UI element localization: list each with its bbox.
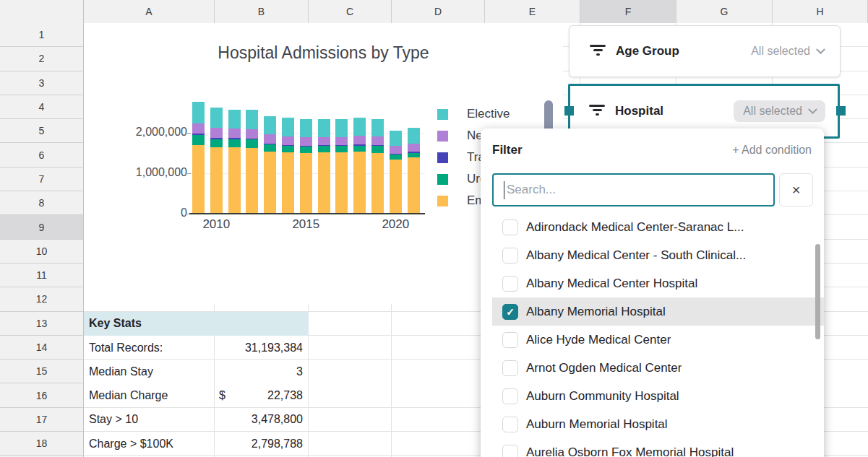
stacked-bar-2013[interactable] bbox=[264, 116, 276, 213]
text-cursor bbox=[504, 181, 504, 199]
stacked-bar-2020[interactable] bbox=[390, 131, 402, 213]
age-group-filter-label: Age Group bbox=[616, 44, 679, 58]
row-header-16[interactable]: 16 bbox=[0, 383, 83, 407]
row-header-12[interactable]: 12 bbox=[0, 287, 83, 311]
filter-lines-icon bbox=[590, 45, 606, 58]
filter-lines-icon bbox=[589, 105, 605, 118]
row-header-14[interactable]: 14 bbox=[0, 336, 83, 360]
stacked-bar-2019[interactable] bbox=[371, 119, 384, 213]
row-header-4[interactable]: 4 bbox=[0, 95, 83, 119]
key-stat-value: 2,798,788 bbox=[215, 432, 309, 456]
row-header-6[interactable]: 6 bbox=[0, 143, 83, 167]
column-header-C[interactable]: C bbox=[309, 0, 392, 23]
key-stats-header-cell[interactable]: Key Stats bbox=[84, 312, 309, 336]
checkbox-icon[interactable] bbox=[502, 360, 518, 376]
bar-segment-newborn bbox=[371, 136, 384, 145]
hospital-selected-dropdown[interactable]: All selected bbox=[734, 100, 825, 122]
column-header-D[interactable]: D bbox=[392, 0, 485, 23]
chart-x-axis-line bbox=[189, 213, 425, 214]
key-stat-label: Charge > $100K bbox=[84, 432, 215, 456]
row-header-2[interactable]: 2 bbox=[0, 47, 83, 71]
age-group-selected-dropdown[interactable]: All selected bbox=[751, 45, 824, 58]
checkbox-icon[interactable] bbox=[502, 388, 518, 404]
hospital-option-row[interactable]: Auburn Community Hospital bbox=[492, 382, 824, 410]
stacked-bar-2014[interactable] bbox=[282, 118, 294, 213]
hospital-option-row[interactable]: Alice Hyde Medical Center bbox=[492, 326, 824, 354]
row-header-10[interactable]: 10 bbox=[0, 240, 83, 264]
checkbox-icon[interactable] bbox=[502, 445, 518, 457]
bar-segment-newborn bbox=[210, 128, 223, 137]
clear-search-button[interactable]: × bbox=[779, 173, 813, 206]
selection-handle-left[interactable] bbox=[564, 106, 574, 116]
stacked-bar-2011[interactable] bbox=[228, 110, 241, 213]
column-header-B[interactable]: B bbox=[215, 0, 309, 23]
row-header-3[interactable]: 3 bbox=[0, 71, 83, 95]
column-header-G[interactable]: G bbox=[676, 0, 773, 23]
y-axis-tick-label: 1,000,000 bbox=[115, 166, 187, 179]
hospital-option-row[interactable]: Arnot Ogden Medical Center bbox=[492, 354, 824, 382]
bar-segment-elective bbox=[282, 118, 294, 136]
bar-segment-emergency bbox=[408, 157, 420, 213]
add-condition-button[interactable]: + Add condition bbox=[732, 144, 812, 157]
bar-segment-urgent bbox=[408, 153, 420, 158]
checkbox-icon[interactable] bbox=[502, 276, 518, 292]
list-scrollbar-thumb[interactable] bbox=[815, 244, 820, 339]
filter-search-input[interactable] bbox=[492, 173, 775, 206]
column-header-F[interactable]: F bbox=[580, 0, 676, 23]
bar-segment-urgent bbox=[264, 144, 276, 152]
bar-segment-urgent bbox=[353, 146, 366, 152]
checkbox-checked-icon[interactable]: ✓ bbox=[502, 304, 518, 320]
legend-item-elective: Elective bbox=[437, 107, 510, 121]
bar-segment-newborn bbox=[318, 137, 330, 145]
stacked-bar-2021[interactable] bbox=[408, 128, 420, 213]
bar-segment-elective bbox=[408, 128, 420, 144]
selection-handle-right[interactable] bbox=[836, 106, 846, 116]
row-header-1[interactable]: 1 bbox=[0, 23, 83, 47]
stacked-bar-2009[interactable] bbox=[192, 102, 205, 213]
row-header-5[interactable]: 5 bbox=[0, 119, 83, 143]
hospital-option-label: Albany Medical Center Hospital bbox=[526, 277, 697, 291]
stacked-bar-2012[interactable] bbox=[246, 110, 258, 213]
bar-segment-emergency bbox=[335, 152, 348, 213]
corner-cell[interactable] bbox=[0, 0, 84, 23]
bar-segment-elective bbox=[371, 119, 384, 136]
hospital-option-label: Albany Memorial Hospital bbox=[526, 305, 666, 319]
row-header-8[interactable]: 8 bbox=[0, 191, 83, 215]
row-header-17[interactable]: 17 bbox=[0, 408, 83, 432]
stacked-bar-2010[interactable] bbox=[210, 108, 223, 213]
hospital-option-label: Alice Hyde Medical Center bbox=[526, 333, 671, 347]
stacked-bar-2015[interactable] bbox=[300, 119, 312, 213]
column-header-A[interactable]: A bbox=[84, 0, 215, 23]
hospital-option-row[interactable]: Auburn Memorial Hospital bbox=[492, 410, 824, 438]
checkbox-icon[interactable] bbox=[502, 332, 518, 348]
hospital-option-row[interactable]: ✓Albany Memorial Hospital bbox=[492, 297, 824, 326]
bar-segment-emergency bbox=[300, 153, 312, 213]
checkbox-icon[interactable] bbox=[502, 417, 518, 432]
checkbox-icon[interactable] bbox=[502, 248, 518, 264]
hospital-option-row[interactable]: Albany Medical Center Hospital bbox=[492, 269, 824, 297]
hospital-option-label: Adirondack Medical Center-Saranac L... bbox=[526, 220, 744, 235]
hospital-filter-dropdown-panel: Filter + Add condition × Adirondack Medi… bbox=[481, 129, 824, 457]
bar-segment-newborn bbox=[246, 129, 258, 139]
row-header-15[interactable]: 15 bbox=[0, 360, 83, 383]
bar-segment-urgent bbox=[335, 146, 348, 152]
bar-segment-newborn bbox=[390, 146, 402, 154]
age-group-filter-widget[interactable]: Age Group All selected bbox=[569, 25, 841, 77]
row-header-13[interactable]: 13 bbox=[0, 312, 83, 336]
row-header-7[interactable]: 7 bbox=[0, 167, 83, 191]
column-header-E[interactable]: E bbox=[485, 0, 580, 23]
hospital-option-row[interactable]: Adirondack Medical Center-Saranac L... bbox=[492, 213, 824, 241]
stacked-bar-2016[interactable] bbox=[318, 119, 330, 213]
key-stat-label: Stay > 10 bbox=[84, 408, 215, 432]
hospital-option-row[interactable]: Albany Medical Center - South Clinical..… bbox=[492, 241, 824, 269]
row-header-18[interactable]: 18 bbox=[0, 432, 83, 456]
stacked-bar-2018[interactable] bbox=[353, 118, 366, 213]
row-header-9[interactable]: 9 bbox=[0, 215, 83, 239]
checkbox-icon[interactable] bbox=[502, 219, 518, 235]
row-header-11[interactable]: 11 bbox=[0, 264, 83, 287]
column-header-H[interactable]: H bbox=[773, 0, 868, 23]
hospital-option-row[interactable]: Aurelia Osborn Fox Memorial Hospital bbox=[492, 438, 824, 457]
key-stat-label: Total Records: bbox=[84, 336, 215, 360]
y-axis-tick-label: 0 bbox=[115, 206, 187, 219]
stacked-bar-2017[interactable] bbox=[335, 119, 348, 213]
